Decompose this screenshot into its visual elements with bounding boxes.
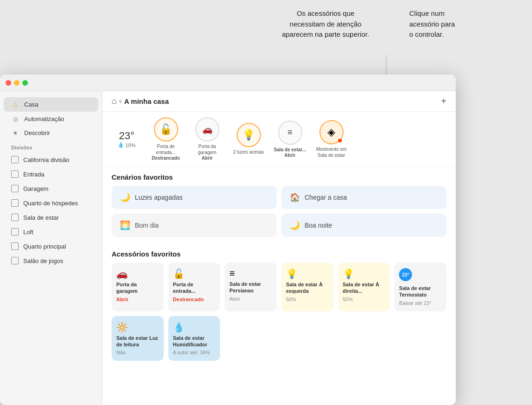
sidebar-item-quarto-hospedes[interactable]: Quarto de hóspedes [4,196,98,210]
room-icon [11,199,19,207]
accessory-luz-leitura-status: Não [116,350,159,355]
status-motion[interactable]: ◈ Movimento em Sala de estar [314,120,349,158]
garage-door-icon: 🚗 [116,268,159,279]
sidebar-item-quarto-principal[interactable]: Quarto principal [4,239,98,253]
accessory-porta-garagem-status: Abrir [116,297,159,302]
sunrise-icon: 🌅 [120,220,130,230]
scenarios-grid: 🌙 Luzes apagadas 🏠 Chegar a casa 🌅 Bom d… [112,186,446,237]
scenario-label-luzes: Luzes apagadas [135,194,183,201]
discover-icon: ★ [11,129,20,136]
sidebar-item-loft[interactable]: Loft [4,225,98,239]
scenario-boa-noite[interactable]: 🌙 Boa noite [281,214,446,237]
sidebar-label-entrada: Entrada [23,171,45,178]
maximize-button[interactable] [22,80,28,86]
accessory-humidificador[interactable]: 💧 Sala de estar Humidificador A subir at… [168,316,220,361]
section-cenarios: Cenários favoritos 🌙 Luzes apagadas 🏠 Ch… [102,167,456,243]
accessory-humidificador-status: A subir até: 34% [173,350,216,355]
sidebar-item-garagem[interactable]: Garagem [4,182,98,196]
motion-dot [338,139,342,142]
header-chevron-icon: ∨ [119,98,122,104]
weather-humidity: 💧 10% [118,142,135,148]
accessory-luz-direita[interactable]: 💡 Sala de estar À direita... 50% [338,263,390,311]
scenario-label-bomdia: Bom dia [135,222,159,229]
scenario-chegar-casa[interactable]: 🏠 Chegar a casa [281,186,446,209]
annotation-top-right: Clique num acessório para o controlar. [409,8,493,40]
sidebar-item-descobrir[interactable]: ★ Descobrir [4,126,98,140]
sidebar-item-sala-estar[interactable]: Sala de estar [4,210,98,224]
persianas-circle: ≡ [278,121,302,145]
room-icon [11,243,19,250]
sidebar-label-loft: Loft [23,229,33,236]
app-window: ⌂ Casa ◎ Automatização ★ Descobrir Divis… [0,74,456,405]
porta-entrada-circle: 🔓 [154,117,178,142]
home-icon: ⌂ [11,101,20,108]
sidebar-label-casa: Casa [24,101,38,108]
accessory-porta-garagem[interactable]: 🚗 Porta da garagem Abrir [112,263,164,311]
sidebar-item-automatizacao[interactable]: ◎ Automatização [4,112,98,126]
sidebar-item-casa[interactable]: ⌂ Casa [4,97,98,112]
status-porta-entrada[interactable]: 🔓 Porta de entrada... Destrancado [148,117,183,161]
status-porta-garagem[interactable]: 🚗 Porta da garagem Abrir [190,117,225,161]
weather-widget: 23° 💧 10% [112,130,142,148]
sidebar-label-auto: Automatização [24,115,64,122]
accessory-porta-entrada[interactable]: 🔓 Porta de entrada... Destrancado [168,263,220,311]
accessory-luz-direita-name: Sala de estar À direita... [343,281,386,295]
annotation-top-left: Os acessórios que necessitam de atenção … [270,8,381,40]
luzes-circle: 💡 [237,123,261,147]
porta-garagem-label: Porta da garagem [190,143,225,155]
close-button[interactable] [6,80,11,86]
status-luzes[interactable]: 💡 2 luzes acesas [231,123,266,155]
main-content: ⌂ Casa ◎ Automatização ★ Descobrir Divis… [0,91,456,405]
accessory-luz-leitura[interactable]: 🔆 Sala de estar Luz de leitura Não [112,316,164,361]
sidebar-section-divisoes: Divisões [0,140,102,152]
sidebar-item-entrada[interactable]: Entrada [4,167,98,181]
add-accessory-button[interactable]: + [441,96,446,107]
acessorios-title: Acessórios favoritos [112,250,446,258]
accessory-porta-entrada-status: Destrancado [173,297,216,302]
accessory-porta-garagem-name: Porta da garagem [116,281,159,295]
content-header: ⌂ ∨ A minha casa + [102,91,456,112]
room-icon [11,185,19,192]
sidebar: ⌂ Casa ◎ Automatização ★ Descobrir Divis… [0,91,102,405]
thermostat-circle: 23° [399,268,412,281]
minimize-button[interactable] [14,80,20,86]
room-icon [11,170,19,178]
status-bar: 23° 💧 10% 🔓 Porta de entrada... Destranc… [102,112,456,167]
accessory-luz-esquerda[interactable]: 💡 Sala de estar À esquerda 50% [281,263,333,311]
persianas-sub: Abrir [285,153,296,158]
traffic-lights [6,80,28,86]
sidebar-label-california: California divisão [23,156,69,163]
titlebar [0,74,456,91]
scenario-label-boanoite: Boa noite [305,222,332,229]
motion-circle: ◈ [319,120,344,144]
humidity-value: 10% [125,142,135,148]
motion-label: Movimento em Sala de estar [314,146,349,158]
lock-icon: 🔓 [173,268,216,279]
header-home-icon: ⌂ [112,96,117,106]
status-persianas[interactable]: ≡ Sala de estar... Abrir [273,121,307,158]
accessory-luz-esquerda-name: Sala de estar À esquerda [286,281,329,295]
motion-icon: ◈ [327,126,335,138]
auto-icon: ◎ [11,115,20,122]
section-acessorios: Acessórios favoritos 🚗 Porta da garagem … [102,243,456,367]
scenario-bom-dia[interactable]: 🌅 Bom dia [112,214,277,237]
scenario-luzes-apagadas[interactable]: 🌙 Luzes apagadas [112,186,277,209]
moon-icon: 🌙 [120,192,130,202]
accessory-luz-leitura-name: Sala de estar Luz de leitura [116,335,159,348]
sidebar-label-garagem: Garagem [23,185,48,192]
sidebar-label-sala-estar: Sala de estar [23,214,59,221]
accessory-termostato[interactable]: 23° Sala de estar Termostato Baixar até … [394,263,446,311]
room-icon [11,257,19,264]
accessories-row1: 🚗 Porta da garagem Abrir 🔓 Porta de entr… [112,263,446,311]
thermostat-temp: 23° [402,272,409,277]
lock-open-icon: 🔓 [160,123,172,135]
header-title: A minha casa [124,97,169,105]
sidebar-item-california[interactable]: California divisão [4,153,98,167]
sidebar-item-salao-jogos[interactable]: Salão de jogos [4,254,98,268]
accessory-termostato-status: Baixar até 23° [399,300,442,306]
sidebar-label-descobrir: Descobrir [24,129,50,136]
bulb-left-icon: 💡 [286,268,329,279]
accessory-persianas[interactable]: ≡ Sala de estar Persianas Abrir [225,263,277,311]
porta-garagem-circle: 🚗 [195,117,219,142]
luzes-label: 2 luzes acesas [233,149,264,155]
